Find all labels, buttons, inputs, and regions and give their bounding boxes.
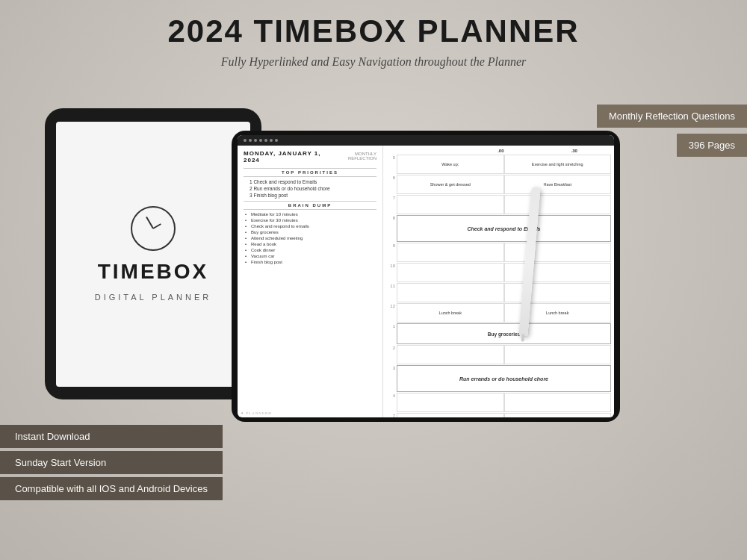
- time-row-11: 11: [386, 283, 611, 302]
- right-badges: Monthly Reflection Questions 396 Pages: [597, 105, 747, 157]
- cell-7-30: [504, 195, 612, 214]
- hour-label-1: 1: [386, 323, 397, 344]
- cell-2pm-30: [504, 345, 612, 364]
- cell-5-30: Exercise and light stretching: [504, 155, 612, 174]
- cell-3pm-merged: Run errands or do household chore: [397, 365, 611, 392]
- cell-10-00: [397, 263, 504, 282]
- time-row-10: 10: [386, 263, 611, 282]
- cell-6-00: Shower & get dressed: [397, 175, 504, 194]
- dot-1: [244, 139, 247, 142]
- hour-label-12: 12: [386, 303, 397, 323]
- time-row-7: 7: [386, 195, 611, 214]
- tablet-portrait-screen: TIMEBOX DIGITAL PLANNER: [56, 122, 250, 387]
- hour-label-5: 5: [386, 155, 397, 174]
- cell-7pm-30: Dinner: [504, 413, 612, 417]
- hour-label-11: 11: [386, 283, 397, 302]
- hour-label-6: 6: [386, 175, 397, 194]
- priority-1: 1 Check and respond to Emails: [244, 179, 376, 184]
- brain-item-4: Attend scheduled meeting: [244, 236, 376, 240]
- hour-label-7pm: 7: [386, 413, 397, 417]
- time-row-8: 8 Check and respond to Emails: [386, 215, 611, 242]
- time-grid-header: .00 .30: [386, 149, 611, 153]
- planner-logo-bottom: ✦ PLANNERH: [241, 411, 272, 415]
- time-row-3pm: 3 Run errands or do household chore: [386, 365, 611, 392]
- cell-9-30: [504, 243, 612, 262]
- planner-date: MONDAY, JANUARY 1, 2024: [244, 150, 330, 164]
- priority-2: 2 Run errands or do household chore: [244, 186, 376, 191]
- time-row-6: 6 Shower & get dressed Have Breakfast: [386, 175, 611, 194]
- cell-9-00: [397, 243, 504, 262]
- dot-3: [254, 139, 257, 142]
- planner-topbar: [238, 135, 614, 146]
- planner-left-column: MONDAY, JANUARY 1, 2024 MONTHLY REFLECTI…: [238, 146, 383, 417]
- dot-7: [275, 139, 278, 142]
- cell-12-00: Lunch break: [397, 303, 504, 323]
- header: 2024 TIMEBOX PLANNER Fully Hyperlinked a…: [0, 13, 747, 69]
- brain-item-0: Meditate for 10 minutes: [244, 212, 376, 217]
- time-row-4pm: 4: [386, 393, 611, 412]
- cell-1pm-merged: Buy groceries: [397, 323, 611, 344]
- hour-label-3: 3: [386, 365, 397, 392]
- time-row-12: 12 Lunch break Lunch break: [386, 303, 611, 323]
- hour-label-7: 7: [386, 195, 397, 214]
- badge-sunday-start: Sunday Start Version: [0, 451, 223, 474]
- brain-item-8: Finish blog post: [244, 260, 376, 264]
- badge-pages: 396 Pages: [677, 134, 747, 157]
- dot-4: [259, 139, 262, 142]
- cell-6-30: Have Breakfast: [504, 175, 612, 194]
- cell-11-30: [504, 283, 612, 302]
- time-row-9: 9: [386, 243, 611, 262]
- time-row-1pm: 1 Buy groceries: [386, 323, 611, 344]
- cell-2pm-00: [397, 345, 504, 364]
- hour-label-9: 9: [386, 243, 397, 262]
- badge-compatible: Compatible with all IOS and Android Devi…: [0, 477, 223, 500]
- hour-label-2: 2: [386, 345, 397, 364]
- clock-icon: [131, 206, 176, 251]
- priorities-section-title: TOP PRIORITIES: [244, 168, 376, 177]
- topbar-dots: [244, 139, 278, 142]
- brain-item-2: Check and respond to emails: [244, 224, 376, 228]
- col-label-30: .30: [571, 149, 577, 153]
- cell-7pm-00: Dinner: [397, 413, 504, 417]
- clock-hand-hour: [153, 223, 161, 229]
- brain-item-5: Read a book: [244, 242, 376, 246]
- cell-8-merged: Check and respond to Emails: [397, 215, 611, 242]
- brain-dump-section-title: BRAIN DUMP: [244, 201, 376, 210]
- main-title: 2024 TIMEBOX PLANNER: [0, 13, 747, 49]
- dot-5: [264, 139, 267, 142]
- cell-10-30: [504, 263, 612, 282]
- brand-sub-label: DIGITAL PLANNER: [95, 293, 212, 302]
- dot-6: [270, 139, 273, 142]
- priority-3: 3 Finish blog post: [244, 193, 376, 198]
- cell-4pm-30: [504, 393, 612, 412]
- cell-4pm-00: [397, 393, 504, 412]
- brain-item-3: Buy groceries: [244, 230, 376, 234]
- tablet-landscape: MONDAY, JANUARY 1, 2024 MONTHLY REFLECTI…: [232, 131, 620, 422]
- badge-instant-download: Instant Download: [0, 425, 223, 448]
- badge-monthly-reflection: Monthly Reflection Questions: [597, 105, 747, 128]
- time-row-5: 5 Wake up: Exercise and light stretching: [386, 155, 611, 174]
- cell-11-00: [397, 283, 504, 302]
- brain-item-6: Cook dinner: [244, 248, 376, 252]
- subtitle: Fully Hyperlinked and Easy Navigation th…: [0, 55, 747, 69]
- col-label-00: .00: [498, 149, 503, 153]
- brand-label: TIMEBOX: [98, 260, 209, 284]
- planner-monthly: MONTHLY REFLECTION: [330, 152, 376, 161]
- dot-2: [249, 139, 252, 142]
- planner-body: MONDAY, JANUARY 1, 2024 MONTHLY REFLECTI…: [238, 146, 614, 417]
- time-row-2pm: 2: [386, 345, 611, 364]
- time-row-7pm: 7 Dinner Dinner: [386, 413, 611, 417]
- tablet-screen: MONDAY, JANUARY 1, 2024 MONTHLY REFLECTI…: [238, 135, 614, 417]
- brain-item-7: Vacuum car: [244, 254, 376, 258]
- cell-7-00: [397, 195, 504, 214]
- brain-item-1: Exercise for 30 minutes: [244, 218, 376, 223]
- planner-right-column: .00 .30 5 Wake up: Exercise and light st…: [383, 146, 614, 417]
- cell-5-00: Wake up:: [397, 155, 504, 174]
- hour-label-10: 10: [386, 263, 397, 282]
- hour-label-8: 8: [386, 215, 397, 242]
- hour-label-4: 4: [386, 393, 397, 412]
- tablet-portrait: TIMEBOX DIGITAL PLANNER: [45, 108, 261, 399]
- left-badges: Instant Download Sunday Start Version Co…: [0, 425, 223, 500]
